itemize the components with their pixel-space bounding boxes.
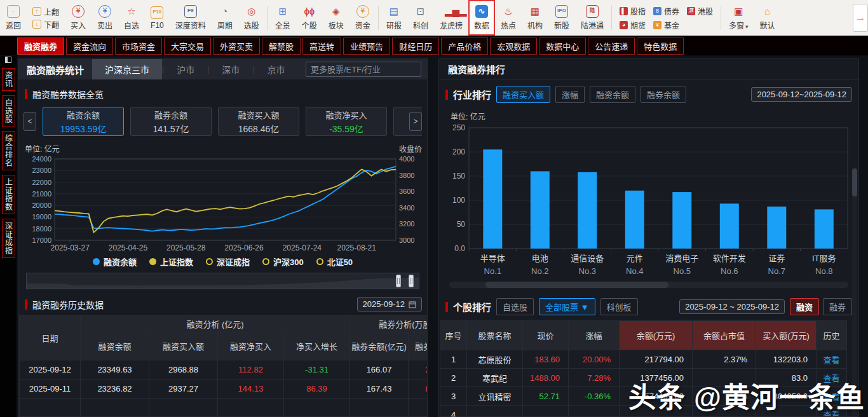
market-tab-沪深京三市[interactable]: 沪深京三市 [92,59,162,79]
search-box[interactable] [306,62,421,77]
view-link[interactable]: 查看 [817,350,847,369]
legend-item-融资余额[interactable]: 融资余额 [93,256,137,268]
toolbar-item-龙虎榜[interactable]: ▂▅▂龙虎榜 [434,0,468,36]
stat-card-融资净买入[interactable]: 融资净买入-35.59亿 [306,107,387,136]
view-link[interactable]: 查看 [817,369,847,387]
bar-chart-unit: 单位: 亿元 [451,111,858,121]
nav-tab-外资买卖[interactable]: 外资买卖 [213,38,260,55]
scrollbar-thumb[interactable] [485,282,669,288]
toolbar-item-返回[interactable]: ←返回 [0,0,27,36]
toolbar-item-数据[interactable]: ∿数据 [468,0,495,36]
legend-item-上证指数[interactable]: 上证指数 [149,256,193,268]
table-cell [81,399,149,417]
nav-tab-融资融券[interactable]: 融资融券 [17,38,64,55]
toolbar-item-基金[interactable]: ¥基金 [653,20,679,31]
market-tab-深市[interactable]: 深市 [209,59,252,79]
nav-tab-大宗交易[interactable]: 大宗交易 [164,38,211,55]
toolbar-item-买入[interactable]: ¥买入 [65,0,92,36]
table-cell [756,406,817,417]
svg-text:21000: 21000 [32,190,51,198]
toolbar-item-个股[interactable]: ϕϕ个股 [296,0,323,36]
legend-marker-icon [206,258,213,265]
sidebar-item-综合排名[interactable]: 综合排名 [2,131,15,170]
nav-tab-资金流向[interactable]: 资金流向 [66,38,113,55]
nav-tab-产品价格[interactable]: 产品价格 [441,38,488,55]
industry-metric-button-融资余额[interactable]: 融资余额 [590,86,635,103]
search-input[interactable] [311,65,423,74]
toolbar-item-债券[interactable]: 8债券 [653,6,679,17]
toolbar-item-多窗[interactable]: ▣多窗▾ [723,0,754,36]
toolbar-item-港股[interactable]: 港港股 [687,6,713,17]
toolbar-item-热点[interactable]: ♨热点 [495,0,522,36]
nav-tab-业绩预告[interactable]: 业绩预告 [343,38,390,55]
stock-filter-button-全部股票 ▼[interactable]: 全部股票 ▼ [539,298,595,315]
toolbar-item-全景[interactable]: ⊞全景 [269,0,296,36]
range-slider-handle-left[interactable] [396,275,401,287]
industry-metric-button-融券余额[interactable]: 融券余额 [641,86,686,103]
toolbar-expand-button[interactable]: → [853,4,868,32]
view-link[interactable]: 查看 [817,387,847,406]
toolbar-item-上翻[interactable]: ↑上翻 [32,6,59,17]
toolbar-item-股指[interactable]: ▌股指 [620,6,646,17]
toolbar-item-期货[interactable]: ◕期货 [620,20,646,31]
toolbar-item-新股[interactable]: IPO新股 [548,0,575,36]
nav-tab-高送转[interactable]: 高送转 [302,38,341,55]
sidebar-collapse-icon[interactable] [5,57,11,63]
toolbar-item-F10[interactable]: F10F10 [145,0,170,36]
cards-prev-button[interactable]: < [24,112,36,131]
table-cell: -0.36% [569,387,620,406]
toolbar-item-研报[interactable]: ▤研报 [381,0,407,36]
range-slider-handle-right[interactable] [409,275,414,287]
legend-item-深证成指[interactable]: 深证成指 [206,256,250,268]
svg-text:3000: 3000 [399,236,414,244]
toolbar-item-默认[interactable]: ⌂默认 [754,0,781,36]
toolbar-item-深度资料[interactable]: F9深度资料 [170,0,212,36]
chart-range-slider[interactable] [26,273,419,289]
nav-tab-解禁股[interactable]: 解禁股 [262,38,301,55]
column-header: 融资分析 (亿元) [81,316,350,332]
sidebar-item-上证指数[interactable]: 上证指数 [2,175,15,214]
stock-date-range[interactable]: 2025-09-12 ~ 2025-09-12 [679,299,785,314]
nav-tab-数据中心[interactable]: 数据中心 [539,38,586,55]
stock-filter-button-自选股[interactable]: 自选股 [496,298,534,315]
stat-card-融资余额[interactable]: 融资余额19953.59亿 [43,107,124,136]
toolbar-item-选股[interactable]: ◎选股 [238,0,265,36]
toolbar-item-卖出[interactable]: ¥卖出 [92,0,118,36]
toolbar-item-资金[interactable]: ¥资金 [349,0,376,36]
nav-tab-宏观数据[interactable]: 宏观数据 [490,38,537,55]
toolbar-item-机构[interactable]: ▦机构 [522,0,548,36]
column-header: 融资净买入 [218,332,284,360]
stock-side-button-融券[interactable]: 融券 [823,298,852,315]
nav-tab-公告速递[interactable]: 公告速递 [588,38,635,55]
market-tab-京市[interactable]: 京市 [254,59,297,79]
cards-next-button[interactable]: > [409,112,422,131]
sidebar-item-自选股[interactable]: 自选股 [2,95,15,126]
toolbar-item-科创[interactable]: ⊡科创 [407,0,434,36]
nav-tab-财经日历[interactable]: 财经日历 [392,38,439,55]
view-link[interactable]: 查看 [817,406,847,417]
sidebar-item-深证成指[interactable]: 深证成指 [2,219,15,258]
toolbar-item-陆港通[interactable]: 陆陆港通 [575,0,609,36]
toolbar-item-板块[interactable]: ◈板块 [323,0,349,36]
stock-side-button-融资[interactable]: 融资 [790,298,819,315]
stat-card-融券余额[interactable]: 融券余额141.57亿 [130,107,212,136]
industry-date-range[interactable]: 2025-09-12~2025-09-12 [751,87,852,102]
bar-chart-scrollbar[interactable] [449,282,848,288]
industry-metric-button-涨幅[interactable]: 涨幅 [555,86,585,103]
market-tab-沪市[interactable]: 沪市 [164,59,207,79]
scrollbar-thumb[interactable] [852,168,857,196]
stock-table-scrollbar[interactable] [852,167,857,415]
nav-tab-市场资金[interactable]: 市场资金 [115,38,162,55]
toolbar-item-下翻[interactable]: ↓下翻 [32,19,59,30]
industry-metric-button-融资买入额[interactable]: 融资买入额 [496,86,550,103]
nav-tab-特色数据[interactable]: 特色数据 [637,38,684,55]
legend-item-北证50[interactable]: 北证50 [316,256,353,268]
history-date-picker[interactable]: 2025-09-12 [357,297,423,311]
toolbar-item-自选[interactable]: ☆自选 [118,0,145,36]
stock-filter-button-科创板[interactable]: 科创板 [600,298,638,315]
toolbar-item-周期[interactable]: ◔周期 [212,0,238,36]
stat-card-融资买入额[interactable]: 融资买入额1668.46亿 [218,107,299,136]
table-cell [693,369,756,387]
sidebar-item-资讯[interactable]: 资讯 [2,68,15,91]
legend-item-沪深300[interactable]: 沪深300 [262,256,304,268]
